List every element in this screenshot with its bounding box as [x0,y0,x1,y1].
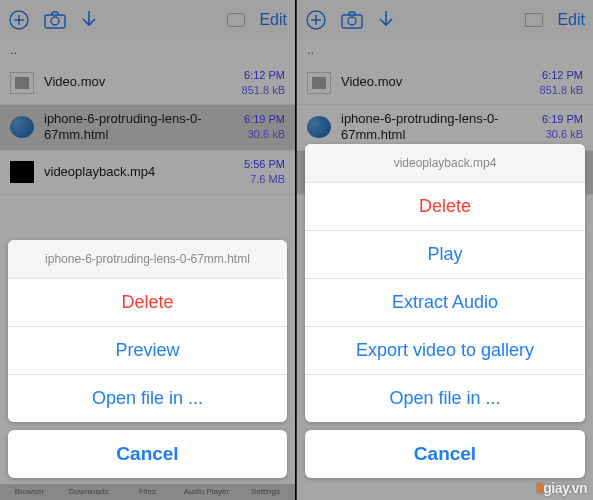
sheet-item-delete[interactable]: Delete [8,279,287,327]
sheet-item-extract-audio[interactable]: Extract Audio [305,279,585,327]
sheet-item-preview[interactable]: Preview [8,327,287,375]
sheet-cancel[interactable]: Cancel [305,430,585,478]
sheet-cancel[interactable]: Cancel [8,430,287,478]
sheet-item-open-in[interactable]: Open file in ... [305,375,585,422]
sheet-item-play[interactable]: Play [305,231,585,279]
sheet-item-export-gallery[interactable]: Export video to gallery [305,327,585,375]
sheet-item-open-in[interactable]: Open file in ... [8,375,287,422]
sheet-item-delete[interactable]: Delete [305,183,585,231]
action-sheet: videoplayback.mp4 Delete Play Extract Au… [305,144,585,478]
action-sheet: iphone-6-protruding-lens-0-67mm.html Del… [8,240,287,478]
watermark: 5giay.vn [536,480,587,496]
screen-left: Edit .. Video.mov 6:12 PM 851.8 kB iphon… [0,0,296,500]
sheet-title: videoplayback.mp4 [305,144,585,183]
sheet-title: iphone-6-protruding-lens-0-67mm.html [8,240,287,279]
screen-right: Edit .. Video.mov 6:12 PM 851.8 kB iphon… [297,0,593,500]
